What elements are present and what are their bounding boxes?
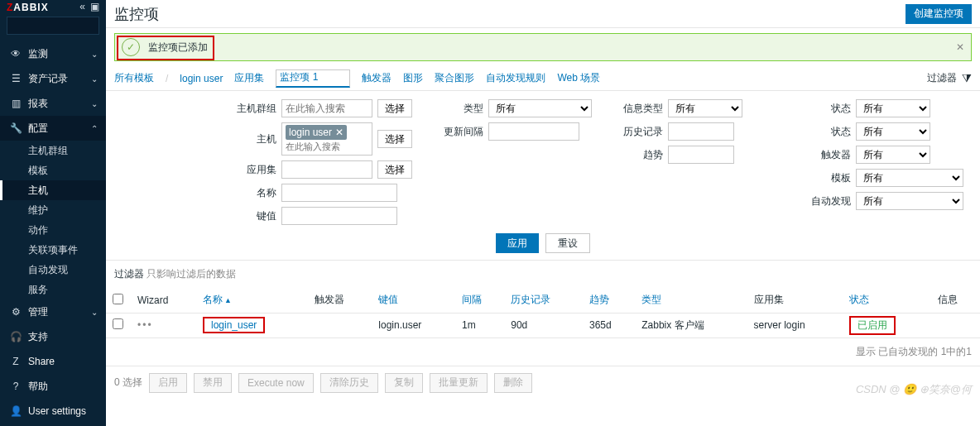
- tag-remove-icon[interactable]: ✕: [335, 127, 343, 138]
- highlight-box: 已启用: [849, 316, 896, 335]
- bulk-disable-button[interactable]: 禁用: [194, 373, 232, 393]
- history-input[interactable]: [668, 122, 734, 141]
- popout-icon[interactable]: ▣: [90, 1, 99, 12]
- nav-user-settings[interactable]: 👤User settings: [0, 399, 106, 424]
- appset-input[interactable]: [281, 160, 372, 179]
- label-trigger: 触发器: [809, 148, 851, 162]
- subnav-hosts[interactable]: 主机: [0, 180, 106, 200]
- chevron-down-icon: ⌄: [91, 308, 98, 317]
- logo[interactable]: ZABBIX: [7, 0, 49, 13]
- collapse-icon[interactable]: «: [79, 1, 85, 12]
- label-interval: 更新间隔: [437, 125, 483, 139]
- user-icon: 👤: [8, 405, 23, 417]
- bulk-mass-update-button[interactable]: 批量更新: [430, 373, 488, 393]
- select-all-checkbox[interactable]: [113, 294, 123, 304]
- tab-triggers[interactable]: 触发器: [362, 71, 392, 85]
- status-select[interactable]: 所有: [856, 122, 930, 141]
- item-name-link[interactable]: login_user: [211, 319, 257, 331]
- discovery-select[interactable]: 所有: [856, 192, 963, 210]
- tab-screens[interactable]: 聚合图形: [435, 71, 474, 85]
- host-input[interactable]: [286, 141, 368, 151]
- wizard-menu[interactable]: •••: [137, 319, 153, 331]
- bulk-execute-button[interactable]: Execute now: [238, 373, 314, 393]
- apply-button[interactable]: 应用: [496, 233, 539, 253]
- bulk-enable-button[interactable]: 启用: [149, 373, 187, 393]
- col-trend[interactable]: 趋势: [583, 288, 635, 313]
- subnav-hostgroups[interactable]: 主机群组: [0, 141, 106, 160]
- cell-appset: server login: [747, 313, 843, 337]
- label-key: 键值: [230, 209, 276, 223]
- hostgroup-select-button[interactable]: 选择: [377, 99, 412, 117]
- subnav-maintenance[interactable]: 维护: [0, 200, 106, 220]
- nav-admin[interactable]: ⚙管理⌄: [0, 299, 106, 324]
- status-link[interactable]: 已启用: [858, 319, 887, 331]
- host-input-box[interactable]: login user✕: [281, 122, 372, 156]
- bulk-actions: 0 选择 启用 禁用 Execute now 清除历史 复制 批量更新 删除: [106, 366, 980, 400]
- table-row: ••• login_user login.user 1m 90d 365d Za…: [106, 313, 980, 337]
- nav-help[interactable]: ?帮助: [0, 374, 106, 399]
- label-hostgroup: 主机群组: [230, 102, 276, 116]
- subnav: 主机群组 模板 主机 维护 动作 关联项事件 自动发现 服务: [0, 141, 106, 299]
- nav-share[interactable]: ZShare: [0, 349, 106, 374]
- bulk-clear-history-button[interactable]: 清除历史: [320, 373, 378, 393]
- host-tag[interactable]: login user✕: [286, 125, 347, 140]
- appset-select-button[interactable]: 选择: [377, 160, 412, 179]
- nav-monitoring[interactable]: 👁监测⌄: [0, 41, 106, 66]
- subnav-correlation[interactable]: 关联项事件: [0, 240, 106, 260]
- trend-input[interactable]: [668, 146, 734, 164]
- template-select[interactable]: 所有: [856, 169, 963, 187]
- row-checkbox[interactable]: [113, 318, 123, 329]
- nav-reports[interactable]: ▥报表⌄: [0, 91, 106, 116]
- state-select[interactable]: 所有: [856, 99, 930, 117]
- subnav-services[interactable]: 服务: [0, 280, 106, 299]
- check-icon: ✓: [122, 38, 140, 56]
- type-select[interactable]: 所有: [488, 99, 592, 117]
- infotype-select[interactable]: 所有: [668, 99, 742, 117]
- cell-interval: 1m: [455, 313, 504, 337]
- subnav-actions[interactable]: 动作: [0, 220, 106, 240]
- close-icon[interactable]: ✕: [956, 41, 964, 53]
- label-appset: 应用集: [230, 163, 276, 177]
- success-message: ✓ 监控项已添加 ✕: [114, 33, 972, 61]
- sidebar-search[interactable]: [7, 17, 99, 35]
- chevron-up-icon: ⌃: [91, 124, 98, 133]
- col-type[interactable]: 类型: [635, 288, 747, 313]
- host-select-button[interactable]: 选择: [377, 130, 412, 148]
- nav: 👁监测⌄ ☰资产记录⌄ ▥报表⌄ 🔧配置⌃: [0, 41, 106, 141]
- cell-type: Zabbix 客户端: [635, 313, 747, 337]
- sort-asc-icon: ▲: [224, 296, 232, 304]
- trigger-select[interactable]: 所有: [856, 146, 930, 164]
- bulk-delete-button[interactable]: 删除: [494, 373, 532, 393]
- tab-login-user[interactable]: login user: [180, 73, 223, 84]
- label-host: 主机: [230, 132, 276, 146]
- nav-inventory[interactable]: ☰资产记录⌄: [0, 66, 106, 91]
- col-interval[interactable]: 间隔: [455, 288, 504, 313]
- nav-support[interactable]: 🎧支持: [0, 324, 106, 349]
- subnav-templates[interactable]: 模板: [0, 160, 106, 180]
- list-icon: ☰: [8, 73, 23, 84]
- tab-graphs[interactable]: 图形: [403, 71, 423, 85]
- nav-configuration[interactable]: 🔧配置⌃: [0, 116, 106, 141]
- hostgroup-input[interactable]: [281, 99, 372, 117]
- tab-applications[interactable]: 应用集: [234, 71, 264, 85]
- filter-toggle[interactable]: 过滤器 ⧩: [927, 71, 972, 85]
- col-key[interactable]: 键值: [372, 288, 455, 313]
- help-icon: ?: [8, 381, 23, 392]
- bulk-copy-button[interactable]: 复制: [385, 373, 423, 393]
- reset-button[interactable]: 重设: [545, 233, 590, 253]
- tab-items[interactable]: 监控项 1: [276, 69, 350, 88]
- name-input[interactable]: [281, 184, 397, 202]
- tab-all-templates[interactable]: 所有模板: [114, 71, 154, 85]
- col-name[interactable]: 名称▲: [196, 288, 308, 313]
- create-item-button[interactable]: 创建监控项: [906, 4, 972, 24]
- tab-discovery-rules[interactable]: 自动发现规则: [486, 71, 545, 85]
- subnav-discovery[interactable]: 自动发现: [0, 260, 106, 280]
- col-status[interactable]: 状态: [843, 288, 931, 313]
- key-input[interactable]: [281, 207, 397, 225]
- cell-history: 90d: [504, 313, 583, 337]
- col-history[interactable]: 历史记录: [504, 288, 583, 313]
- label-type: 类型: [437, 102, 483, 116]
- tab-web-scenarios[interactable]: Web 场景: [557, 71, 600, 85]
- interval-input[interactable]: [488, 122, 579, 141]
- filter-panel: 主机群组选择 主机 login user✕ 选择 应用集选择 名称 键值 类型所…: [106, 91, 980, 261]
